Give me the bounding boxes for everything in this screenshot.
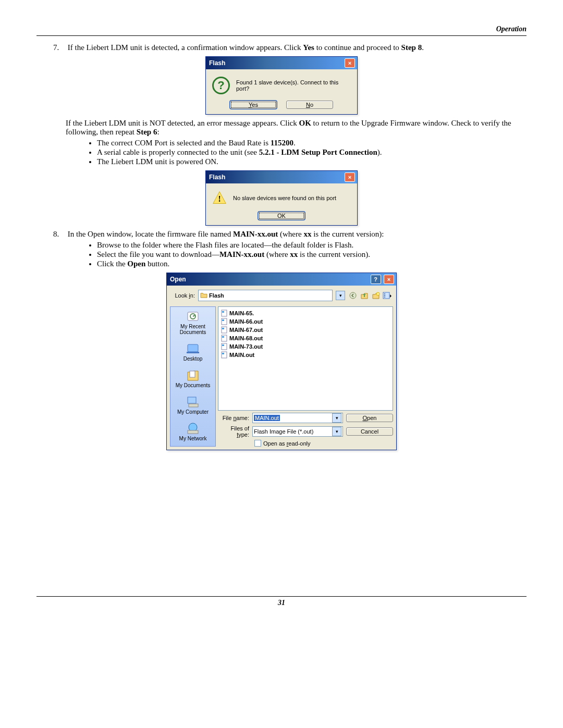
dialog-message: No slave devices were found on this port — [233, 195, 336, 201]
svg-rect-21 — [222, 327, 227, 333]
dialog-body: ! No slave devices were found on this po… — [206, 183, 357, 211]
list-item[interactable]: MAIN-67.out — [221, 326, 390, 334]
step8-text: In the Open window, locate the firmware … — [68, 230, 384, 238]
yes-button[interactable]: Yes — [230, 101, 277, 109]
page-number: 31 — [278, 599, 285, 607]
svg-rect-6 — [384, 295, 385, 296]
readonly-checkbox[interactable]: Open as read-only — [254, 440, 393, 447]
svg-rect-11 — [187, 352, 199, 353]
list-item[interactable]: MAIN-66.out — [221, 317, 390, 326]
step-8: 8. In the Open window, locate the firmwa… — [66, 230, 527, 268]
flash-error-dialog: Flash × ! No slave devices were found on… — [205, 170, 358, 226]
document-page: Operation 7. If the Liebert LDM unit is … — [0, 0, 563, 623]
lookin-combo[interactable]: Flash — [198, 290, 333, 301]
bullet: Browse to the folder where the Flash fil… — [97, 241, 527, 250]
chevron-down-icon[interactable]: ▾ — [332, 413, 341, 423]
filename-input[interactable]: MAIN.out▾ — [252, 413, 343, 423]
place-mycomputer[interactable]: My Computer — [177, 396, 209, 415]
place-mydocs[interactable]: My Documents — [176, 369, 211, 388]
file-list[interactable]: MAIN-65. MAIN-66.out MAIN-67.out MAIN-68… — [218, 306, 393, 411]
step-7-continued: If the Liebert LDM unit is NOT detected,… — [66, 119, 527, 166]
list-item[interactable]: MAIN.out — [221, 351, 390, 359]
bullet: The correct COM Port is selected and the… — [97, 139, 527, 147]
chevron-down-icon[interactable]: ▾ — [332, 427, 341, 436]
flash-confirm-dialog: Flash × ? Found 1 slave device(s). Conne… — [205, 56, 358, 115]
dialog-body: ? Found 1 slave device(s). Connect to th… — [206, 69, 357, 100]
section-header: Operation — [36, 25, 527, 33]
up-icon[interactable] — [360, 291, 369, 300]
svg-rect-26 — [222, 344, 224, 346]
svg-point-2 — [350, 292, 356, 299]
bullet: A serial cable is properly connected to … — [97, 148, 527, 157]
bullet: Select the file you want to download—MAI… — [97, 250, 527, 259]
list-item[interactable]: MAIN-73.out — [221, 342, 390, 351]
warning-icon: ! — [212, 191, 227, 205]
svg-point-3 — [376, 292, 380, 295]
open-file-dialog: Open ? × Look in: Flash ▾ — [166, 273, 397, 450]
lookin-value: Flash — [209, 292, 224, 299]
svg-rect-22 — [222, 328, 224, 329]
filename-label: File name: — [218, 415, 249, 421]
ok-button[interactable]: OK — [258, 212, 305, 220]
svg-rect-16 — [188, 430, 198, 434]
list-item[interactable]: MAIN-68.out — [221, 334, 390, 342]
step-number: 7. — [53, 43, 66, 52]
svg-rect-23 — [222, 335, 227, 341]
svg-rect-13 — [188, 397, 196, 403]
folder-icon — [200, 292, 207, 299]
svg-rect-7 — [384, 297, 385, 298]
close-icon[interactable]: × — [345, 58, 355, 68]
place-recent[interactable]: My Recent Documents — [172, 310, 214, 335]
svg-rect-10 — [188, 344, 198, 352]
dialog-titlebar[interactable]: Flash × — [206, 57, 357, 69]
filetype-label: Files of type: — [218, 425, 249, 438]
svg-text:!: ! — [218, 194, 221, 203]
footer-rule — [36, 596, 527, 597]
step-7: 7. If the Liebert LDM unit is detected, … — [66, 43, 527, 52]
dialog-titlebar[interactable]: Open ? × — [167, 273, 396, 286]
dialog-title: Flash — [209, 59, 225, 67]
bullet: The Liebert LDM unit is powered ON. — [97, 157, 527, 166]
svg-rect-27 — [222, 352, 227, 358]
svg-rect-5 — [384, 293, 385, 294]
new-folder-icon[interactable] — [371, 291, 381, 300]
filetype-combo[interactable]: Flash Image File (*.out)▾ — [252, 426, 343, 437]
step-number: 8. — [53, 230, 66, 239]
bullet: Click the Open button. — [97, 260, 527, 268]
place-desktop[interactable]: Desktop — [183, 342, 203, 362]
svg-rect-4 — [383, 292, 389, 299]
places-bar: My Recent Documents Desktop My Documents… — [170, 306, 216, 447]
svg-rect-18 — [222, 311, 224, 313]
chevron-down-icon[interactable]: ▾ — [336, 291, 345, 300]
svg-rect-25 — [222, 343, 227, 350]
svg-rect-28 — [222, 353, 224, 354]
svg-rect-14 — [189, 404, 198, 407]
dialog-title: Open — [170, 276, 186, 283]
lookin-label: Look in: — [171, 292, 195, 299]
list-item[interactable]: MAIN-65. — [221, 309, 390, 317]
dialog-title: Flash — [209, 174, 225, 181]
svg-rect-12 — [190, 371, 195, 377]
svg-rect-24 — [222, 336, 224, 338]
page-footer: 31 — [36, 596, 527, 607]
no-button[interactable]: No — [286, 101, 333, 109]
svg-rect-19 — [222, 318, 227, 325]
dialog-message: Found 1 slave device(s). Connect to this… — [236, 79, 351, 92]
svg-rect-17 — [222, 310, 227, 316]
dialog-titlebar[interactable]: Flash × — [206, 171, 357, 183]
back-icon[interactable] — [348, 291, 358, 300]
checkbox-box[interactable] — [254, 440, 261, 447]
lookin-row: Look in: Flash ▾ — [171, 290, 392, 301]
open-button[interactable]: Open — [346, 414, 393, 422]
close-icon[interactable]: × — [345, 172, 355, 182]
svg-rect-20 — [222, 319, 224, 321]
header-rule — [36, 35, 527, 36]
nav-icons — [348, 291, 392, 300]
close-icon[interactable]: × — [384, 275, 394, 284]
cancel-button[interactable]: Cancel — [346, 427, 393, 436]
place-mynetwork[interactable]: My Network — [179, 422, 207, 441]
step7-text: If the Liebert LDM unit is detected, a c… — [68, 43, 424, 52]
help-icon[interactable]: ? — [371, 275, 381, 284]
view-menu-icon[interactable] — [383, 291, 392, 300]
question-icon: ? — [212, 77, 230, 94]
